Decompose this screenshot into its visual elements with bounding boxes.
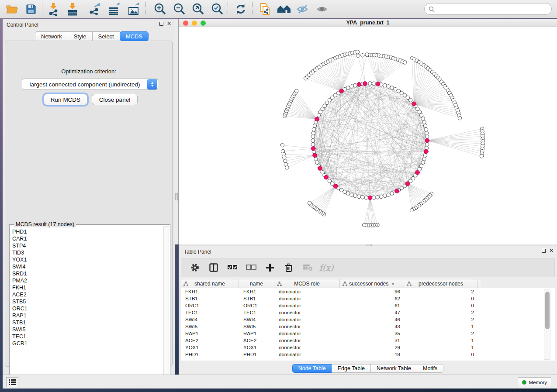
select-all-button[interactable] — [227, 262, 238, 273]
tab-edge-table[interactable]: Edge Table — [332, 364, 370, 373]
mcds-hub-node[interactable] — [425, 138, 429, 143]
mcds-result-item[interactable]: STB1 — [12, 319, 161, 326]
network-node[interactable] — [424, 127, 428, 131]
zoom-in-button[interactable] — [152, 1, 168, 17]
criterion-dropdown[interactable]: largest connected component (undirected)… — [22, 79, 158, 90]
zoom-selected-button[interactable] — [209, 1, 225, 17]
column-header-successor-nodes[interactable]: successor nodes∨ — [340, 279, 404, 288]
network-node[interactable] — [346, 86, 350, 89]
network-node[interactable] — [419, 113, 423, 117]
mcds-hub-node[interactable] — [424, 149, 429, 154]
show-all-button[interactable] — [314, 1, 331, 17]
network-node[interactable] — [408, 98, 412, 102]
mcds-result-item[interactable]: GCR1 — [12, 340, 161, 347]
mcds-result-item[interactable]: SRD1 — [12, 270, 161, 277]
network-node[interactable] — [390, 192, 394, 195]
mcds-hub-node[interactable] — [357, 83, 361, 87]
network-node[interactable] — [328, 179, 331, 182]
network-node[interactable] — [368, 82, 372, 85]
mcds-result-item[interactable]: FKH1 — [12, 284, 161, 291]
tab-network[interactable]: Network — [35, 31, 68, 41]
import-table-button[interactable] — [64, 1, 81, 17]
network-node[interactable] — [313, 124, 316, 127]
table-row[interactable]: PHD1PHD1dominator180 — [181, 351, 542, 358]
mcds-hub-node[interactable] — [311, 146, 315, 151]
tab-motifs[interactable]: Motifs — [417, 364, 443, 373]
mcds-hub-node[interactable] — [405, 182, 410, 186]
tab-style[interactable]: Style — [68, 31, 92, 41]
column-header-name[interactable]: name — [239, 279, 274, 288]
network-node[interactable] — [311, 139, 315, 142]
export-image-button[interactable] — [126, 1, 142, 17]
network-node[interactable] — [283, 156, 286, 159]
table-row[interactable]: YOX1YOX1connector291 — [181, 344, 542, 351]
network-node[interactable] — [387, 85, 390, 88]
network-node[interactable] — [311, 131, 315, 135]
network-node[interactable] — [403, 61, 407, 64]
mcds-hub-node[interactable] — [412, 102, 416, 106]
mcds-hub-node[interactable] — [313, 153, 317, 158]
table-row[interactable]: SWI4SWI4dominator462 — [181, 316, 542, 323]
network-node[interactable] — [361, 196, 364, 199]
network-node[interactable] — [353, 83, 357, 87]
network-node[interactable] — [458, 117, 462, 120]
mcds-result-item[interactable]: ORC1 — [12, 305, 161, 312]
network-node[interactable] — [280, 143, 284, 147]
network-node[interactable] — [346, 192, 350, 195]
network-node[interactable] — [418, 110, 421, 113]
mcds-result-item[interactable]: SWI4 — [12, 263, 161, 270]
table-row[interactable]: TEC1TEC1connector472 — [181, 309, 542, 316]
mcds-result-item[interactable]: TID3 — [12, 249, 161, 256]
mcds-result-item[interactable]: CAR1 — [12, 235, 161, 242]
first-neighbors-button[interactable] — [276, 1, 292, 17]
mcds-hub-node[interactable] — [315, 117, 319, 121]
network-node[interactable] — [376, 196, 379, 199]
mcds-result-item[interactable]: RAP1 — [12, 312, 161, 319]
export-network-button[interactable] — [86, 1, 103, 17]
zoom-out-button[interactable] — [171, 1, 187, 17]
close-panel-icon[interactable]: ✕ — [167, 22, 171, 26]
network-node[interactable] — [390, 86, 394, 89]
network-node[interactable] — [343, 190, 346, 193]
network-node[interactable] — [426, 135, 429, 138]
network-node[interactable] — [480, 155, 483, 158]
network-node[interactable] — [311, 135, 315, 138]
add-column-button[interactable] — [264, 262, 276, 273]
float-panel-icon[interactable] — [542, 249, 546, 253]
column-header-MCDS-role[interactable]: MCDS role — [274, 279, 340, 288]
memory-button[interactable]: Memory — [518, 377, 551, 387]
mcds-hub-node[interactable] — [324, 175, 329, 179]
delete-table-button[interactable] — [302, 262, 313, 273]
splitter-handle[interactable] — [175, 193, 178, 200]
tab-node-table[interactable]: Node Table — [292, 364, 332, 373]
mcds-hub-node[interactable] — [333, 184, 338, 189]
network-node[interactable] — [350, 85, 353, 88]
network-node[interactable] — [379, 195, 383, 198]
mcds-result-item[interactable]: ACE2 — [12, 291, 161, 298]
network-node[interactable] — [372, 196, 375, 199]
close-panel-button[interactable]: Close panel — [92, 94, 138, 105]
network-node[interactable] — [419, 164, 423, 168]
hide-selected-button[interactable] — [295, 1, 311, 17]
refresh-button[interactable] — [232, 1, 249, 17]
network-node[interactable] — [311, 142, 315, 146]
network-node[interactable] — [317, 113, 320, 117]
duplicate-network-button[interactable] — [257, 1, 273, 17]
network-canvas[interactable] — [179, 27, 557, 244]
network-node[interactable] — [394, 87, 397, 91]
network-node[interactable] — [383, 83, 387, 87]
scrollbar-thumb[interactable] — [545, 292, 550, 329]
mcds-result-item[interactable]: YOX1 — [12, 256, 161, 263]
mcds-hub-node[interactable] — [368, 196, 372, 200]
delete-column-button[interactable] — [283, 262, 294, 273]
network-node[interactable] — [361, 54, 364, 57]
column-header-shared-name[interactable]: shared name — [181, 279, 239, 288]
function-builder-button[interactable]: f(x) — [321, 262, 332, 273]
save-session-button[interactable] — [23, 1, 39, 17]
float-panel-icon[interactable] — [159, 22, 163, 26]
network-node[interactable] — [308, 201, 311, 205]
network-node[interactable] — [356, 54, 360, 58]
network-node[interactable] — [423, 124, 427, 127]
network-node[interactable] — [357, 195, 360, 198]
table-row[interactable]: ACE2ACE2connector311 — [181, 337, 542, 344]
